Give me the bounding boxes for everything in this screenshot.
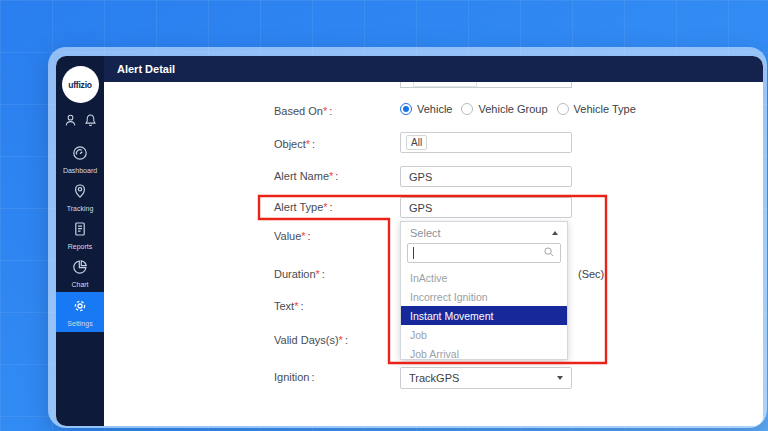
search-icon [543, 244, 555, 262]
chevron-up-icon [552, 231, 558, 235]
alert-type-dropdown: Select InActive Incorrect Ignition Insta… [400, 221, 568, 360]
radio-selected-icon [400, 103, 412, 115]
page-header: Alert Detail [104, 56, 763, 82]
page-title: Alert Detail [117, 63, 175, 75]
sidebar-item-label: Chart [71, 281, 88, 288]
dropdown-header[interactable]: Select [401, 222, 567, 243]
radio-vehicle-group[interactable]: Vehicle Group [461, 103, 547, 115]
duration-label: Duration*: [274, 268, 325, 280]
alert-type-input[interactable]: GPS [400, 197, 572, 218]
desktop-background: uffizio Dashboard Tracking [0, 0, 768, 431]
app-logo[interactable]: uffizio [62, 66, 99, 103]
alert-name-label: Alert Name*: [274, 170, 338, 182]
dashboard-icon [72, 145, 88, 165]
based-on-radio-group: Vehicle Vehicle Group Vehicle Type [400, 103, 636, 115]
logo-text: uffizio [68, 80, 92, 90]
dropdown-option-job[interactable]: Job [401, 325, 567, 344]
radio-unselected-icon [461, 103, 473, 115]
alert-name-input[interactable]: GPS [400, 166, 572, 187]
based-on-label: Based On*: [274, 105, 332, 117]
dropdown-option-list: InActive Incorrect Ignition Instant Move… [401, 268, 567, 360]
dropdown-option-inactive[interactable]: InActive [401, 268, 567, 287]
reports-icon [72, 221, 88, 241]
radio-vehicle[interactable]: Vehicle [400, 103, 452, 115]
valid-days-label: Valid Days(s)*: [274, 334, 348, 346]
radio-vehicle-type[interactable]: Vehicle Type [557, 103, 636, 115]
app-window: uffizio Dashboard Tracking [48, 47, 767, 428]
duration-unit: (Sec) [578, 268, 604, 280]
dropdown-option-incorrect-ignition[interactable]: Incorrect Ignition [401, 287, 567, 306]
sidebar: uffizio Dashboard Tracking [56, 56, 104, 426]
object-chip[interactable]: All [406, 135, 427, 150]
sidebar-item-reports[interactable]: Reports [56, 216, 104, 254]
sidebar-item-dashboard[interactable]: Dashboard [56, 140, 104, 178]
text-caret [413, 247, 414, 259]
value-label: Value*: [274, 230, 311, 242]
ignition-label: Ignition: [274, 371, 315, 383]
sidebar-item-tracking[interactable]: Tracking [56, 178, 104, 216]
dropdown-search-input[interactable] [407, 243, 561, 263]
sidebar-item-label: Dashboard [63, 167, 97, 174]
sidebar-item-label: Reports [68, 243, 93, 250]
alert-type-label: Alert Type*: [274, 201, 333, 213]
chart-icon [72, 259, 88, 279]
sidebar-item-settings[interactable]: Settings [56, 292, 104, 332]
sidebar-nav: Dashboard Tracking Reports Chart [56, 140, 104, 332]
dropdown-option-job-arrival[interactable]: Job Arrival [401, 344, 567, 360]
radio-unselected-icon [557, 103, 569, 115]
sidebar-item-label: Tracking [67, 205, 94, 212]
tracking-icon [72, 183, 88, 203]
sidebar-item-chart[interactable]: Chart [56, 254, 104, 292]
dropdown-option-instant-movement[interactable]: Instant Movement [401, 306, 567, 325]
bell-icon[interactable] [83, 113, 98, 132]
object-label: Object*: [274, 138, 315, 150]
cutoff-chip [413, 82, 477, 87]
sidebar-item-label: Settings [67, 320, 92, 327]
cutoff-input[interactable] [400, 82, 572, 88]
form-body: Based On*: Vehicle Vehicle Group [104, 82, 763, 426]
chevron-down-icon [557, 376, 563, 380]
settings-icon [72, 298, 88, 318]
user-icon[interactable] [63, 113, 78, 132]
object-input[interactable]: All [400, 132, 572, 153]
ignition-select[interactable]: TrackGPS [400, 367, 572, 389]
text-label: Text*: [274, 300, 304, 312]
